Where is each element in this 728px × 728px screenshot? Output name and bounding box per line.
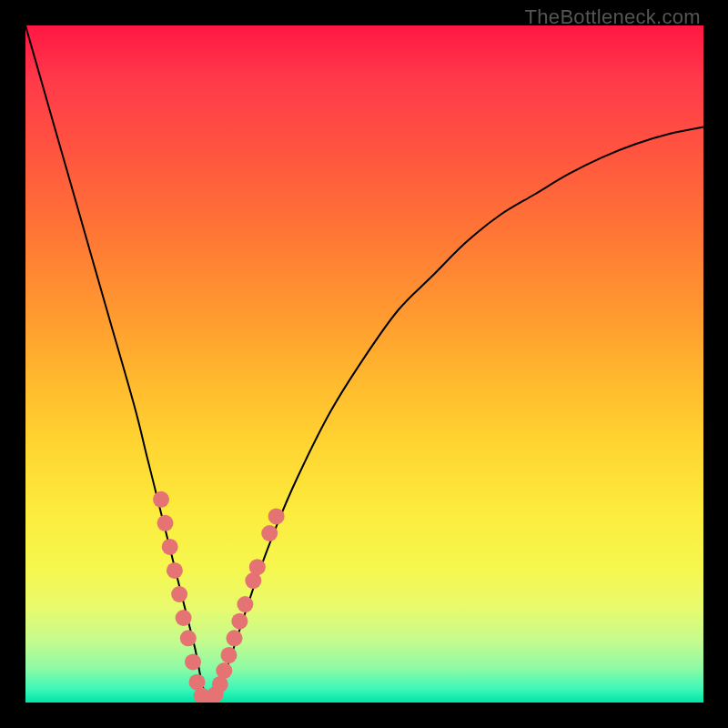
data-marker	[167, 562, 183, 579]
data-marker	[221, 647, 238, 663]
data-marker	[231, 613, 248, 630]
data-marker	[261, 525, 278, 541]
bottleneck-curve	[25, 25, 703, 703]
data-marker	[162, 539, 178, 555]
data-marker	[180, 630, 197, 646]
plot-area	[25, 25, 703, 703]
data-marker	[153, 491, 169, 508]
chart-container: TheBottleneck.com	[0, 0, 728, 728]
data-marker	[216, 662, 232, 679]
data-marker	[185, 653, 201, 670]
data-marker	[268, 508, 285, 524]
data-marker	[237, 596, 253, 612]
curve-svg	[25, 25, 703, 703]
data-marker	[171, 586, 187, 602]
data-marker	[249, 559, 266, 575]
data-marker	[176, 610, 192, 626]
data-marker	[157, 515, 174, 531]
marker-group	[153, 491, 285, 703]
data-marker	[227, 630, 243, 646]
